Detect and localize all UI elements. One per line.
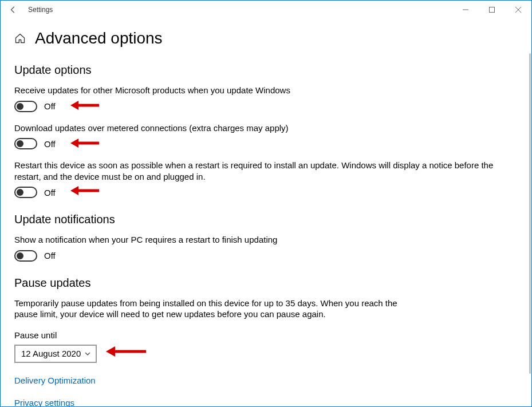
title-bar: Settings [1, 1, 531, 19]
maximize-button[interactable] [479, 1, 505, 19]
page-header: Advanced options [14, 29, 518, 48]
toggle-state-label: Off [44, 251, 56, 260]
toggle-restart-notification[interactable] [14, 250, 37, 262]
scrollbar-thumb[interactable] [529, 53, 531, 374]
option-desc: Show a notification when your PC require… [14, 234, 518, 246]
section-update-notifications-title: Update notifications [14, 213, 518, 226]
option-desc: Restart this device as soon as possible … [14, 160, 518, 182]
pause-until-dropdown[interactable]: 12 August 2020 [14, 345, 97, 363]
toggle-restart-asap[interactable] [14, 187, 37, 198]
option-desc: Receive updates for other Microsoft prod… [14, 85, 518, 96]
option-restart-notification: Show a notification when your PC require… [14, 234, 518, 262]
toggle-state-label: Off [44, 139, 56, 149]
toggle-state-label: Off [44, 188, 56, 197]
close-icon [515, 7, 521, 13]
settings-window: Settings Advanced options Update options… [0, 0, 532, 407]
option-receive-updates-other-products: Receive updates for other Microsoft prod… [14, 85, 518, 112]
pause-until-value: 12 August 2020 [21, 349, 81, 358]
close-button[interactable] [505, 1, 531, 19]
chevron-down-icon [84, 350, 91, 357]
back-arrow-icon [9, 6, 17, 14]
pause-updates-desc: Temporarily pause updates from being ins… [14, 298, 415, 320]
section-update-options-title: Update options [14, 64, 518, 77]
link-privacy-settings[interactable]: Privacy settings [14, 398, 518, 407]
back-button[interactable] [6, 3, 20, 17]
pause-updates-block: Temporarily pause updates from being ins… [14, 298, 518, 363]
maximize-icon [489, 7, 495, 13]
toggle-state-label: Off [44, 101, 56, 111]
svg-rect-1 [490, 7, 495, 13]
minimize-icon [463, 7, 468, 13]
minimize-button[interactable] [452, 1, 479, 19]
pause-until-label: Pause until [14, 330, 518, 340]
option-metered-connections: Download updates over metered connection… [14, 123, 518, 150]
page-title: Advanced options [35, 29, 163, 48]
toggle-metered-connections[interactable] [14, 138, 37, 149]
annotation-arrow-icon [106, 345, 146, 358]
section-pause-updates-title: Pause updates [14, 276, 518, 290]
scrollbar[interactable] [527, 19, 531, 385]
svg-marker-11 [106, 346, 115, 357]
link-delivery-optimization[interactable]: Delivery Optimization [14, 376, 518, 385]
option-desc: Download updates over metered connection… [14, 123, 518, 134]
window-title: Settings [28, 6, 53, 14]
window-controls [452, 1, 531, 19]
toggle-receive-updates[interactable] [14, 101, 37, 112]
home-icon[interactable] [14, 33, 26, 44]
content-area: Advanced options Update options Receive … [1, 19, 531, 406]
option-restart-asap: Restart this device as soon as possible … [14, 160, 518, 198]
